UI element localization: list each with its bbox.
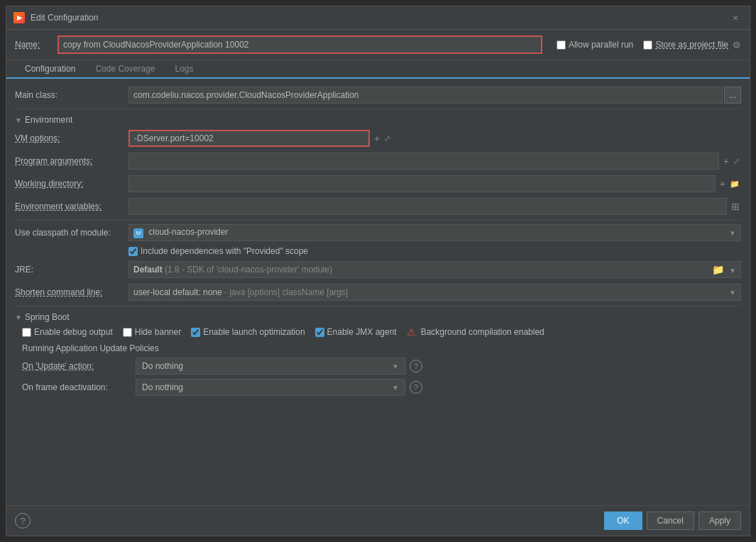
- spring-boot-section: ▼ Spring Boot Enable debug output Hide b…: [15, 312, 741, 396]
- working-dir-add-button[interactable]: +: [718, 178, 727, 189]
- program-args-expand-button[interactable]: ⤢: [732, 157, 741, 166]
- spring-boot-section-header: ▼ Spring Boot: [15, 312, 741, 322]
- on-update-select[interactable]: Do nothing ▼: [136, 358, 405, 375]
- jre-value-normal: (1.8 - SDK of 'cloud-nacos-provider' mod…: [165, 265, 332, 275]
- content-area: Main class: ... ▼ Environment VM options…: [6, 79, 750, 505]
- store-project-file-checkbox-label[interactable]: Store as project file: [643, 40, 728, 50]
- vm-options-expand-button[interactable]: ⤢: [383, 134, 392, 143]
- main-class-label: Main class:: [15, 90, 128, 100]
- on-frame-label: On frame deactivation:: [22, 382, 136, 392]
- on-update-help-icon[interactable]: ?: [410, 360, 422, 372]
- enable-jmx-checkbox[interactable]: [315, 328, 324, 337]
- allow-parallel-run-checkbox[interactable]: [557, 40, 566, 50]
- enable-debug-output-label[interactable]: Enable debug output: [22, 327, 113, 337]
- store-project-file-checkbox[interactable]: [643, 40, 652, 50]
- on-update-value: Do nothing: [142, 361, 183, 371]
- help-button[interactable]: ?: [15, 513, 31, 529]
- jre-value-bold: Default: [133, 265, 163, 275]
- footer: ? OK Cancel Apply: [6, 505, 750, 536]
- jre-label: JRE:: [15, 265, 128, 275]
- vm-options-label: VM options:: [15, 133, 128, 143]
- classpath-module-label: Use classpath of module:: [15, 228, 128, 238]
- edit-configuration-dialog: ▶ Edit Configuration × Name: Allow paral…: [6, 6, 750, 536]
- main-class-input[interactable]: [128, 87, 723, 104]
- on-frame-help-icon[interactable]: ?: [410, 381, 422, 394]
- close-button[interactable]: ×: [728, 11, 743, 25]
- apply-button[interactable]: Apply: [699, 511, 741, 530]
- ok-button[interactable]: OK: [604, 511, 642, 530]
- env-vars-browse-button[interactable]: ⊞: [730, 201, 741, 212]
- jre-select[interactable]: Default (1.8 - SDK of 'cloud-nacos-provi…: [128, 261, 741, 278]
- jre-dropdown-arrow: ▼: [729, 267, 736, 275]
- jre-folder-icon[interactable]: 📁: [711, 264, 725, 275]
- shorten-cmd-label: Shorten command line:: [15, 287, 128, 297]
- vm-options-input[interactable]: [128, 130, 370, 147]
- app-icon: ▶: [13, 12, 25, 23]
- env-vars-input[interactable]: [128, 198, 727, 215]
- policies-title: Running Application Update Policies: [22, 343, 741, 353]
- module-icon: M: [133, 228, 143, 238]
- main-class-browse-button[interactable]: ...: [724, 87, 741, 104]
- shorten-cmd-row: Shorten command line: user-local default…: [15, 283, 741, 302]
- enable-launch-opt-text: Enable launch optimization: [203, 327, 305, 337]
- program-args-label: Program arguments:: [15, 156, 128, 166]
- program-args-row: Program arguments: + ⤢: [15, 152, 741, 170]
- name-row: Name: Allow parallel run Store as projec…: [6, 30, 750, 60]
- name-input[interactable]: [57, 35, 542, 54]
- bg-compilation-label: Background compilation enabled: [421, 327, 544, 337]
- on-frame-row: On frame deactivation: Do nothing ▼ ?: [22, 379, 741, 396]
- include-deps-row: Include dependencies with "Provided" sco…: [15, 246, 741, 256]
- enable-jmx-label[interactable]: Enable JMX agent: [315, 327, 397, 337]
- title-bar: ▶ Edit Configuration ×: [6, 6, 750, 30]
- classpath-module-row: Use classpath of module: M cloud-nacos-p…: [15, 223, 741, 242]
- cancel-button[interactable]: Cancel: [647, 511, 694, 530]
- on-frame-dropdown-arrow: ▼: [392, 384, 399, 392]
- enable-launch-opt-checkbox[interactable]: [191, 328, 200, 337]
- tab-logs[interactable]: Logs: [165, 60, 203, 79]
- policies-section: Running Application Update Policies On '…: [15, 343, 741, 396]
- include-deps-label: Include dependencies with "Provided" sco…: [141, 246, 308, 256]
- working-dir-label: Working directory:: [15, 179, 128, 189]
- enable-debug-output-checkbox[interactable]: [22, 328, 31, 337]
- collapse-triangle-icon[interactable]: ▼: [15, 116, 22, 124]
- parallel-run-area: Allow parallel run Store as project file…: [557, 40, 741, 50]
- enable-jmx-text: Enable JMX agent: [327, 327, 397, 337]
- on-frame-select[interactable]: Do nothing ▼: [136, 379, 405, 396]
- bg-compilation-area: ⚠ Background compilation enabled: [407, 326, 544, 338]
- vm-options-add-button[interactable]: +: [373, 133, 381, 144]
- vm-options-row: VM options: + ⤢: [15, 129, 741, 148]
- hide-banner-checkbox[interactable]: [123, 328, 132, 337]
- env-vars-actions: ⊞: [730, 201, 741, 212]
- allow-parallel-run-label: Allow parallel run: [569, 40, 633, 50]
- store-project-file-label: Store as project file: [655, 40, 728, 50]
- footer-right: OK Cancel Apply: [604, 511, 741, 530]
- spring-boot-collapse-icon[interactable]: ▼: [15, 314, 22, 321]
- working-dir-browse-button[interactable]: 📁: [728, 179, 741, 189]
- tab-code-coverage[interactable]: Code Coverage: [85, 60, 165, 79]
- env-vars-label: Environment variables:: [15, 201, 128, 211]
- footer-left: ?: [15, 513, 31, 529]
- include-deps-checkbox[interactable]: [128, 247, 138, 256]
- hide-banner-label[interactable]: Hide banner: [123, 327, 181, 337]
- include-deps-checkbox-label[interactable]: Include dependencies with "Provided" sco…: [128, 246, 308, 256]
- jre-row: JRE: Default (1.8 - SDK of 'cloud-nacos-…: [15, 260, 741, 279]
- module-name: cloud-nacos-provider: [148, 227, 228, 237]
- on-update-label-underline: Update: [38, 361, 65, 371]
- tab-configuration[interactable]: Configuration: [15, 60, 85, 79]
- gear-icon[interactable]: ⚙: [733, 40, 741, 50]
- working-dir-input[interactable]: [128, 175, 716, 192]
- environment-section-label: Environment: [25, 115, 72, 125]
- bg-compilation-error-icon: ⚠: [407, 326, 416, 338]
- name-label: Name:: [15, 40, 50, 50]
- on-update-label: On 'Update' action:: [22, 361, 136, 371]
- enable-debug-output-text: Enable debug output: [34, 327, 113, 337]
- classpath-module-select[interactable]: M cloud-nacos-provider ▼: [128, 224, 741, 241]
- program-args-add-button[interactable]: +: [722, 155, 730, 167]
- allow-parallel-run-checkbox-label[interactable]: Allow parallel run: [557, 40, 633, 50]
- shorten-cmd-select[interactable]: user-local default: none - java [options…: [128, 284, 741, 301]
- spring-boot-checkboxes: Enable debug output Hide banner Enable l…: [15, 326, 741, 338]
- main-class-row: Main class: ...: [15, 86, 741, 104]
- program-args-input[interactable]: [128, 153, 719, 170]
- on-update-dropdown-arrow: ▼: [392, 363, 399, 370]
- enable-launch-opt-label[interactable]: Enable launch optimization: [191, 327, 305, 337]
